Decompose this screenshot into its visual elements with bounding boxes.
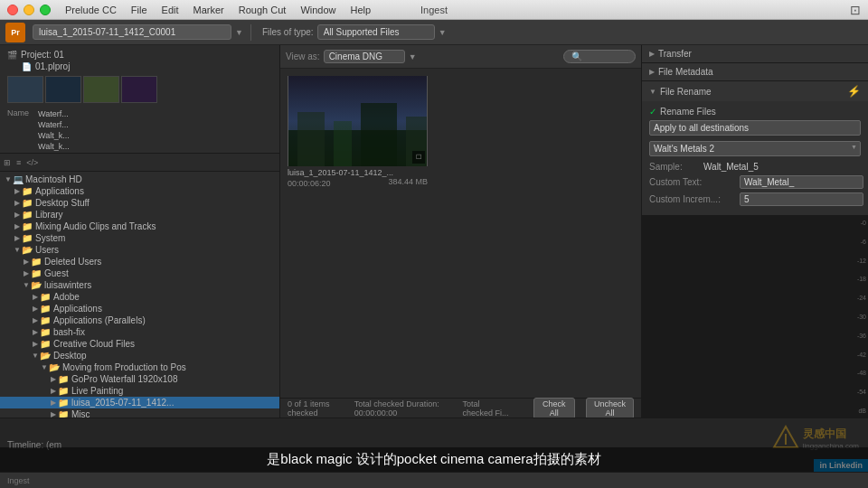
applications-label: Applications [35, 186, 84, 196]
desk-arrow: ▼ [31, 352, 40, 360]
tree-misc[interactable]: ▶ 📁 Misc [0, 408, 279, 418]
root-arrow: ▼ [4, 175, 13, 183]
tree-desktop-stuff[interactable]: ▶ 📁 Desktop Stuff [0, 197, 279, 209]
thumb-2 [45, 76, 81, 103]
metadata-header[interactable]: ▶ File Metadata [642, 63, 868, 80]
transfer-header[interactable]: ▶ Transfer [642, 45, 868, 62]
tree-library[interactable]: ▶ 📁 Library [0, 209, 279, 221]
menu-file[interactable]: File [124, 0, 155, 20]
search-icon: 🔍 [571, 52, 582, 61]
search-input[interactable]: 🔍 [563, 50, 636, 63]
vu-label-18: -18 [644, 276, 866, 282]
tree-mixing[interactable]: ▶ 📁 Mixing Audio Clips and Tracks [0, 221, 279, 232]
uncheck-all-button[interactable]: Uncheck All [586, 398, 634, 418]
vu-label-6: -6 [644, 239, 866, 245]
preset-dropdown-wrapper: Walt's Metals 2 [649, 141, 861, 156]
folder-icon-bash: 📁 [40, 327, 51, 337]
sys-arrow: ▶ [13, 234, 22, 242]
tree-users[interactable]: ▼ 📂 Users [0, 244, 279, 256]
app-body: Pr luisa_1_2015-07-11_1412_C0001 ▼ Files… [0, 20, 868, 488]
check-overlay: ☐ [412, 151, 425, 164]
waterfall-item-2: Waterf... [34, 119, 73, 130]
tree-moving[interactable]: ▼ 📂 Moving from Production to Pos [0, 361, 279, 373]
misc-arrow: ▶ [49, 410, 58, 418]
tree-applications[interactable]: ▶ 📁 Applications [0, 185, 279, 197]
left-panel: 🎬 Project: 01 📄 01.plproj [0, 45, 280, 418]
total-duration-label: Total checked Duration: 00:00:00:00 [354, 399, 452, 418]
file-tree[interactable]: ▼ 💻 Macintosh HD ▶ 📁 Applications [0, 172, 279, 418]
folder-icon-sys: 📁 [22, 233, 33, 243]
svg-rect-3 [334, 121, 352, 166]
thumbnail-strip [4, 72, 276, 107]
tree-cc-files[interactable]: ▶ 📁 Creative Cloud Files [0, 338, 279, 350]
project-icon: 🎬 [7, 51, 17, 60]
menu-window[interactable]: Window [293, 0, 343, 20]
files-type-label: Files of type: [262, 27, 314, 37]
custom-text-input[interactable] [740, 175, 863, 189]
hd-icon: 💻 [13, 174, 24, 184]
menu-prelude-cc[interactable]: Prelude CC [58, 0, 124, 20]
vu-meter-area: -0 -6 -12 -18 -24 -30 -36 -42 -48 -54 dB [642, 216, 868, 418]
menu-help[interactable]: Help [344, 0, 379, 20]
menu-edit[interactable]: Edit [155, 0, 186, 20]
timeline-area: Timeline: (em [0, 418, 868, 472]
folder-icon-ls: 📁 [58, 398, 69, 408]
tree-deleted-users[interactable]: ▶ 📁 Deleted Users [0, 256, 279, 267]
folder-icon-cc: 📁 [40, 339, 51, 349]
vu-label-48: -48 [644, 370, 866, 376]
folder-icon-adobe: 📁 [40, 292, 51, 302]
rename-header[interactable]: ▼ File Rename ⚡ [642, 81, 868, 101]
apps-parallels-label: Applications (Parallels) [53, 315, 146, 325]
menu-marker[interactable]: Marker [186, 0, 231, 20]
folder-icon-moving: 📂 [49, 362, 60, 372]
tree-luisawinters[interactable]: ▼ 📂 luisawinters [0, 279, 279, 291]
dropdown-arrow: ▼ [409, 52, 417, 61]
tree-desktop[interactable]: ▼ 📂 Desktop [0, 350, 279, 361]
sample-row: Sample: Walt_Metal_5 [649, 162, 861, 172]
apply-dropdown[interactable]: Apply to all destinations [649, 120, 861, 136]
grid-icon[interactable]: ⊞ [4, 158, 11, 167]
rename-content: ✓ Rename Files Apply to all destinations… [642, 101, 868, 215]
check-all-button[interactable]: Check All [533, 398, 575, 418]
transfer-label: Transfer [658, 49, 692, 59]
folder-icon-desk: 📂 [40, 351, 51, 361]
folder-icon-ds: 📁 [22, 198, 33, 208]
view-type-dropdown[interactable]: Cinema DNG [324, 50, 405, 63]
tree-root[interactable]: ▼ 💻 Macintosh HD [0, 174, 279, 185]
vu-label-24: -24 [644, 295, 866, 301]
vu-label-54: -54 [644, 389, 866, 395]
custom-incr-input[interactable] [740, 192, 863, 206]
media-thumbnail-0: ☐ [288, 76, 428, 166]
menu-roughcut[interactable]: Rough Cut [231, 0, 294, 20]
tree-bash[interactable]: ▶ 📁 bash-fix [0, 326, 279, 338]
rename-action-icon[interactable]: ⚡ [847, 85, 861, 98]
total-files-label: Total checked Fi... [463, 399, 512, 418]
bottom-status-bar: 0 of 1 items checked Total checked Durat… [280, 398, 641, 418]
tree-gopro[interactable]: ▶ 📁 GoPro Waterfall 1920x108 [0, 373, 279, 385]
file-metadata-section: ▶ File Metadata [642, 63, 868, 81]
minimize-button[interactable] [24, 5, 34, 15]
list-icon[interactable]: ≡ [16, 158, 21, 167]
tree-apps-l3[interactable]: ▶ 📁 Applications [0, 303, 279, 314]
go-arrow: ▶ [49, 375, 58, 383]
view-as-label: View as: [286, 52, 320, 61]
view-toolbar: View as: Cinema DNG ▼ 🔍 [280, 45, 641, 69]
tree-system[interactable]: ▶ 📁 System [0, 232, 279, 244]
folder-icon-lp: 📁 [58, 386, 69, 396]
tree-live[interactable]: ▶ 📁 Live Painting [0, 385, 279, 397]
code-icon[interactable]: </> [26, 158, 38, 167]
files-type-dropdown[interactable]: All Supported Files [317, 24, 435, 40]
close-button[interactable] [7, 5, 18, 15]
tree-guest[interactable]: ▶ 📁 Guest [0, 267, 279, 279]
preset-dropdown[interactable]: Walt's Metals 2 [649, 141, 861, 156]
bash-label: bash-fix [53, 327, 85, 337]
middle-panel: View as: Cinema DNG ▼ 🔍 [280, 45, 642, 418]
maximize-button[interactable] [40, 5, 51, 15]
tree-apps-parallels[interactable]: ▶ 📁 Applications (Parallels) [0, 314, 279, 326]
thumb-1 [7, 76, 43, 103]
tree-luisa-selected[interactable]: ▶ 📁 luisa_2015-07-11_1412... [0, 397, 279, 408]
desktop-label: Desktop [53, 351, 87, 361]
media-item-0[interactable]: ☐ luisa_1_2015-07-11_1412_... 00:00:06:2… [288, 76, 428, 188]
tree-adobe[interactable]: ▶ 📁 Adobe [0, 291, 279, 303]
metadata-label: File Metadata [658, 67, 713, 77]
